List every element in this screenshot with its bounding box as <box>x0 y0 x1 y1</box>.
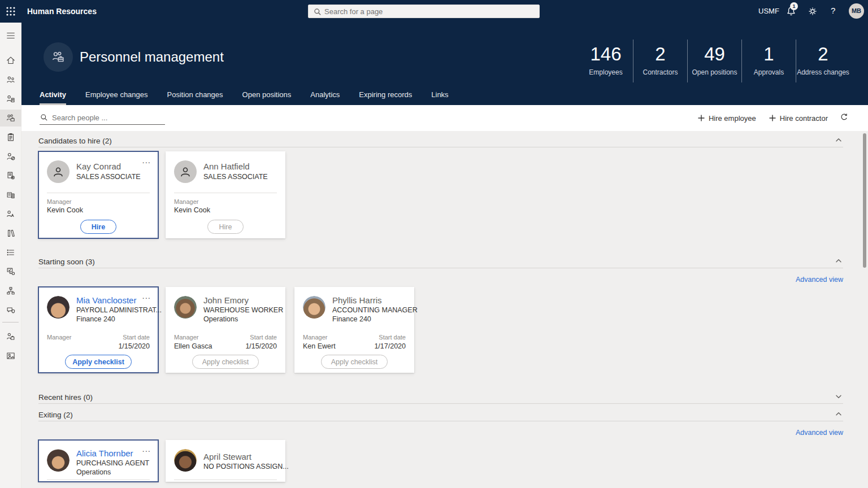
section-candidates-title: Candidates to hire (2) <box>38 137 112 145</box>
user-avatar[interactable]: MB <box>849 3 864 19</box>
apply-checklist-button[interactable]: Apply checklist <box>321 355 388 369</box>
person-letters-icon[interactable] <box>0 206 21 223</box>
sidebar-divider <box>2 322 19 323</box>
personnel-management-nav-icon[interactable] <box>0 110 21 127</box>
employee-name-link[interactable]: Mia Vanclooster <box>76 295 136 305</box>
collapse-starting-chevron-up-icon[interactable] <box>834 256 843 265</box>
main-content: Candidates to hire (2) Kay Conrad SALES … <box>21 131 868 488</box>
app-title[interactable]: Human Resources <box>27 7 97 16</box>
start-date-label: Start date <box>379 334 406 341</box>
page-search-box[interactable] <box>308 5 540 18</box>
stat-approvals[interactable]: 1 Approvals <box>741 40 796 82</box>
courses-books-icon[interactable] <box>0 225 21 242</box>
settings-gear-icon[interactable] <box>807 6 818 17</box>
plus-icon <box>769 114 776 122</box>
action-toolbar: Hire employee Hire contractor <box>21 105 868 131</box>
employee-photo-icon[interactable] <box>0 347 21 364</box>
tab-position-changes[interactable]: Position changes <box>167 90 223 105</box>
person-placeholder-avatar <box>47 160 70 183</box>
tab-expiring-records[interactable]: Expiring records <box>359 90 412 105</box>
exiting-card-alicia-thornber[interactable]: Alicia Thornber PURCHASING AGENT Operati… <box>38 440 158 482</box>
tab-employee-changes[interactable]: Employee changes <box>85 90 148 105</box>
people-search-box[interactable] <box>40 111 165 125</box>
stat-address-changes[interactable]: 2 Address changes <box>796 40 850 82</box>
scrollbar-thumb[interactable] <box>863 133 866 268</box>
task-list-icon[interactable] <box>0 244 21 261</box>
app-launcher-icon[interactable] <box>5 5 17 18</box>
start-date-label: Start date <box>250 334 277 341</box>
menu-hamburger-icon[interactable] <box>0 27 21 44</box>
refresh-icon[interactable] <box>839 112 849 124</box>
checklist-flow-icon[interactable] <box>0 263 21 280</box>
person-document-icon[interactable] <box>0 90 21 107</box>
candidate-name[interactable]: Ann Hatfield <box>203 162 250 171</box>
clipboard-icon[interactable] <box>0 129 21 146</box>
tab-open-positions[interactable]: Open positions <box>242 90 292 105</box>
employee-department: Operations <box>76 468 111 476</box>
candidate-card-ann-hatfield[interactable]: Ann Hatfield SALES ASSOCIATE Manager Kev… <box>166 151 285 238</box>
employee-name[interactable]: John Emory <box>203 295 249 305</box>
more-options-button[interactable]: ... <box>142 155 151 165</box>
tab-links[interactable]: Links <box>431 90 448 105</box>
starting-card-mia-vanclooster[interactable]: Mia Vanclooster PAYROLL ADMINISTRAT... F… <box>38 287 158 373</box>
company-selector[interactable]: USMF <box>758 7 779 15</box>
nav-sidebar <box>0 23 21 488</box>
search-icon <box>40 113 49 122</box>
home-icon[interactable] <box>0 52 21 69</box>
personnel-management-icon <box>44 42 73 72</box>
page-search-input[interactable] <box>324 5 536 18</box>
document-gear-icon[interactable] <box>0 167 21 184</box>
stat-contractors[interactable]: 2 Contractors <box>633 40 687 82</box>
hire-button[interactable]: Hire <box>80 220 116 234</box>
person-placeholder-avatar <box>174 160 197 183</box>
payroll-calculator-icon[interactable] <box>0 186 21 203</box>
people-search-input[interactable] <box>52 111 162 124</box>
person-briefcase-icon[interactable] <box>0 328 21 345</box>
stat-open-positions[interactable]: 49 Open positions <box>687 40 741 82</box>
employee-job-title: PURCHASING AGENT <box>76 459 149 467</box>
stat-employees[interactable]: 146 Employees <box>579 40 633 82</box>
expand-recent-chevron-down-icon[interactable] <box>834 392 843 401</box>
candidate-name[interactable]: Kay Conrad <box>76 162 121 171</box>
starting-card-phyllis-harris[interactable]: Phyllis Harris ACCOUNTING MANAGER Financ… <box>294 287 414 373</box>
collapse-exiting-chevron-up-icon[interactable] <box>834 409 843 419</box>
collapse-candidates-chevron-up-icon[interactable] <box>834 136 843 145</box>
employee-name[interactable]: Phyllis Harris <box>332 295 382 305</box>
starting-advanced-view-link[interactable]: Advanced view <box>796 276 843 284</box>
more-options-button[interactable]: ... <box>142 291 151 300</box>
employee-department: Finance 240 <box>332 315 371 323</box>
tab-activity[interactable]: Activity <box>40 90 66 105</box>
candidate-card-kay-conrad[interactable]: Kay Conrad SALES ASSOCIATE ... Manager K… <box>38 151 158 238</box>
exiting-card-april-stewart[interactable]: April Stewart NO POSITIONS ASSIGN... <box>166 440 285 482</box>
manager-value: Ken Ewert <box>303 342 336 350</box>
apply-checklist-button[interactable]: Apply checklist <box>192 355 259 369</box>
help-icon[interactable]: ? <box>831 6 835 15</box>
hire-employee-button[interactable]: Hire employee <box>697 114 756 123</box>
org-hierarchy-icon[interactable] <box>0 282 21 299</box>
page-title: Personnel management <box>80 49 224 65</box>
apply-checklist-button[interactable]: Apply checklist <box>65 355 132 369</box>
start-date-value: 1/15/2020 <box>118 342 150 350</box>
manager-value: Kevin Cook <box>47 206 83 214</box>
start-date-value: 1/15/2020 <box>245 342 277 350</box>
employee-photo-avatar <box>47 449 70 472</box>
page-tabs: Activity Employee changes Position chang… <box>40 90 468 105</box>
employee-job-title: WAREHOUSE WORKER <box>203 306 283 314</box>
candidate-job-title: SALES ASSOCIATE <box>76 173 141 181</box>
people-icon[interactable] <box>0 71 21 88</box>
header-stats: 146 Employees 2 Contractors 49 Open posi… <box>579 40 850 82</box>
person-remove-icon[interactable] <box>0 148 21 165</box>
vertical-scrollbar[interactable] <box>861 131 868 488</box>
employee-photo-avatar <box>303 296 326 319</box>
search-icon <box>313 7 322 16</box>
hire-button[interactable]: Hire <box>207 220 244 234</box>
feedback-shield-icon[interactable] <box>0 302 21 319</box>
hire-contractor-button[interactable]: Hire contractor <box>769 114 828 123</box>
more-options-button[interactable]: ... <box>142 444 151 454</box>
starting-card-john-emory[interactable]: John Emory WAREHOUSE WORKER Operations M… <box>166 287 285 373</box>
employee-job-title: NO POSITIONS ASSIGN... <box>203 463 289 470</box>
employee-name-link[interactable]: Alicia Thornber <box>76 448 133 458</box>
exiting-advanced-view-link[interactable]: Advanced view <box>796 429 843 437</box>
tab-analytics[interactable]: Analytics <box>310 90 340 105</box>
employee-name[interactable]: April Stewart <box>203 452 251 461</box>
